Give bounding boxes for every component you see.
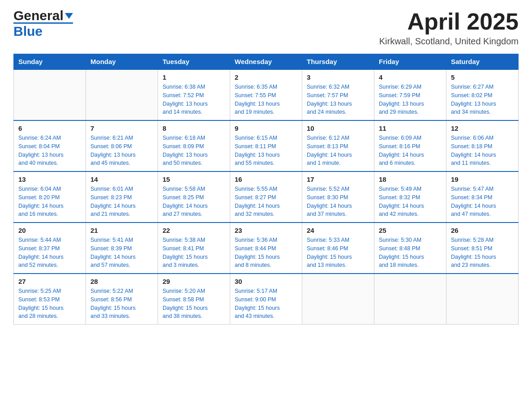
day-number: 3 — [307, 73, 369, 81]
day-number: 8 — [163, 124, 225, 132]
col-wednesday: Wednesday — [230, 54, 302, 70]
day-number: 26 — [451, 227, 514, 234]
table-row: 29Sunrise: 5:20 AM Sunset: 8:58 PM Dayli… — [158, 274, 230, 325]
table-row: 27Sunrise: 5:25 AM Sunset: 8:53 PM Dayli… — [14, 274, 86, 325]
day-info: Sunrise: 6:18 AM Sunset: 8:09 PM Dayligh… — [163, 134, 225, 167]
table-row: 8Sunrise: 6:18 AM Sunset: 8:09 PM Daylig… — [158, 120, 230, 171]
day-info: Sunrise: 5:49 AM Sunset: 8:32 PM Dayligh… — [379, 185, 442, 218]
day-number: 23 — [235, 227, 297, 234]
col-tuesday: Tuesday — [158, 54, 230, 70]
table-row: 4Sunrise: 6:29 AM Sunset: 7:59 PM Daylig… — [374, 69, 446, 120]
table-row: 30Sunrise: 5:17 AM Sunset: 9:00 PM Dayli… — [230, 274, 302, 325]
table-row — [14, 69, 86, 120]
day-number: 19 — [451, 176, 514, 183]
day-info: Sunrise: 6:12 AM Sunset: 8:13 PM Dayligh… — [307, 134, 369, 167]
day-number: 12 — [451, 124, 514, 132]
table-row: 9Sunrise: 6:15 AM Sunset: 8:11 PM Daylig… — [230, 120, 302, 171]
table-row: 6Sunrise: 6:24 AM Sunset: 8:04 PM Daylig… — [14, 120, 86, 171]
calendar-table: Sunday Monday Tuesday Wednesday Thursday… — [13, 54, 519, 325]
day-info: Sunrise: 5:22 AM Sunset: 8:56 PM Dayligh… — [90, 287, 153, 321]
day-info: Sunrise: 5:17 AM Sunset: 9:00 PM Dayligh… — [235, 287, 297, 321]
table-row: 17Sunrise: 5:52 AM Sunset: 8:30 PM Dayli… — [302, 171, 374, 223]
day-number: 24 — [307, 227, 369, 234]
table-row: 21Sunrise: 5:41 AM Sunset: 8:39 PM Dayli… — [86, 223, 158, 274]
location-text: Kirkwall, Scotland, United Kingdom — [379, 36, 519, 47]
col-thursday: Thursday — [302, 54, 374, 70]
day-number: 17 — [307, 176, 369, 183]
calendar-header-row: Sunday Monday Tuesday Wednesday Thursday… — [14, 54, 519, 70]
logo-text-blue: Blue — [13, 22, 73, 38]
calendar-week-row: 1Sunrise: 6:38 AM Sunset: 7:52 PM Daylig… — [14, 69, 519, 120]
day-info: Sunrise: 5:58 AM Sunset: 8:25 PM Dayligh… — [163, 185, 225, 218]
table-row: 16Sunrise: 5:55 AM Sunset: 8:27 PM Dayli… — [230, 171, 302, 223]
table-row — [374, 274, 446, 325]
table-row: 19Sunrise: 5:47 AM Sunset: 8:34 PM Dayli… — [446, 171, 519, 223]
day-number: 2 — [235, 73, 297, 81]
day-number: 13 — [18, 176, 81, 183]
table-row: 3Sunrise: 6:32 AM Sunset: 7:57 PM Daylig… — [302, 69, 374, 120]
calendar-week-row: 13Sunrise: 6:04 AM Sunset: 8:20 PM Dayli… — [14, 171, 519, 223]
col-monday: Monday — [86, 54, 158, 70]
day-number: 22 — [163, 227, 225, 234]
table-row: 5Sunrise: 6:27 AM Sunset: 8:02 PM Daylig… — [446, 69, 519, 120]
table-row — [446, 274, 519, 325]
table-row: 2Sunrise: 6:35 AM Sunset: 7:55 PM Daylig… — [230, 69, 302, 120]
day-number: 25 — [379, 227, 442, 234]
day-number: 15 — [163, 176, 225, 183]
day-info: Sunrise: 6:04 AM Sunset: 8:20 PM Dayligh… — [18, 185, 81, 218]
day-info: Sunrise: 5:33 AM Sunset: 8:46 PM Dayligh… — [307, 236, 369, 270]
logo: General Blue — [13, 9, 73, 38]
day-info: Sunrise: 6:35 AM Sunset: 7:55 PM Dayligh… — [235, 83, 297, 116]
day-info: Sunrise: 6:21 AM Sunset: 8:06 PM Dayligh… — [90, 134, 153, 167]
day-number: 6 — [18, 124, 81, 132]
day-number: 4 — [379, 73, 442, 81]
table-row: 12Sunrise: 6:06 AM Sunset: 8:18 PM Dayli… — [446, 120, 519, 171]
table-row: 14Sunrise: 6:01 AM Sunset: 8:23 PM Dayli… — [86, 171, 158, 223]
day-number: 29 — [163, 278, 225, 285]
day-number: 27 — [18, 278, 81, 285]
day-number: 10 — [307, 124, 369, 132]
day-info: Sunrise: 5:55 AM Sunset: 8:27 PM Dayligh… — [235, 185, 297, 218]
day-number: 20 — [18, 227, 81, 234]
table-row: 7Sunrise: 6:21 AM Sunset: 8:06 PM Daylig… — [86, 120, 158, 171]
day-info: Sunrise: 5:28 AM Sunset: 8:51 PM Dayligh… — [451, 236, 514, 270]
day-number: 28 — [90, 278, 153, 285]
day-info: Sunrise: 6:06 AM Sunset: 8:18 PM Dayligh… — [451, 134, 514, 167]
day-info: Sunrise: 6:32 AM Sunset: 7:57 PM Dayligh… — [307, 83, 369, 116]
day-info: Sunrise: 6:24 AM Sunset: 8:04 PM Dayligh… — [18, 134, 81, 167]
col-friday: Friday — [374, 54, 446, 70]
day-info: Sunrise: 5:47 AM Sunset: 8:34 PM Dayligh… — [451, 185, 514, 218]
table-row: 1Sunrise: 6:38 AM Sunset: 7:52 PM Daylig… — [158, 69, 230, 120]
day-info: Sunrise: 5:20 AM Sunset: 8:58 PM Dayligh… — [163, 287, 225, 321]
day-number: 11 — [379, 124, 442, 132]
table-row — [86, 69, 158, 120]
day-info: Sunrise: 6:09 AM Sunset: 8:16 PM Dayligh… — [379, 134, 442, 167]
day-info: Sunrise: 6:38 AM Sunset: 7:52 PM Dayligh… — [163, 83, 225, 116]
col-saturday: Saturday — [446, 54, 519, 70]
table-row: 11Sunrise: 6:09 AM Sunset: 8:16 PM Dayli… — [374, 120, 446, 171]
day-info: Sunrise: 6:01 AM Sunset: 8:23 PM Dayligh… — [90, 185, 153, 218]
table-row: 15Sunrise: 5:58 AM Sunset: 8:25 PM Dayli… — [158, 171, 230, 223]
col-sunday: Sunday — [14, 54, 86, 70]
day-info: Sunrise: 5:52 AM Sunset: 8:30 PM Dayligh… — [307, 185, 369, 218]
table-row: 28Sunrise: 5:22 AM Sunset: 8:56 PM Dayli… — [86, 274, 158, 325]
table-row: 18Sunrise: 5:49 AM Sunset: 8:32 PM Dayli… — [374, 171, 446, 223]
day-info: Sunrise: 5:44 AM Sunset: 8:37 PM Dayligh… — [18, 236, 81, 270]
table-row: 13Sunrise: 6:04 AM Sunset: 8:20 PM Dayli… — [14, 171, 86, 223]
day-info: Sunrise: 5:30 AM Sunset: 8:48 PM Dayligh… — [379, 236, 442, 270]
day-number: 1 — [163, 73, 225, 81]
day-info: Sunrise: 5:38 AM Sunset: 8:41 PM Dayligh… — [163, 236, 225, 270]
table-row: 20Sunrise: 5:44 AM Sunset: 8:37 PM Dayli… — [14, 223, 86, 274]
table-row: 26Sunrise: 5:28 AM Sunset: 8:51 PM Dayli… — [446, 223, 519, 274]
day-number: 21 — [90, 227, 153, 234]
day-info: Sunrise: 5:36 AM Sunset: 8:44 PM Dayligh… — [235, 236, 297, 270]
table-row — [302, 274, 374, 325]
table-row: 25Sunrise: 5:30 AM Sunset: 8:48 PM Dayli… — [374, 223, 446, 274]
day-number: 16 — [235, 176, 297, 183]
day-number: 5 — [451, 73, 514, 81]
table-row: 23Sunrise: 5:36 AM Sunset: 8:44 PM Dayli… — [230, 223, 302, 274]
logo-text-general: General — [13, 9, 73, 22]
calendar-week-row: 27Sunrise: 5:25 AM Sunset: 8:53 PM Dayli… — [14, 274, 519, 325]
day-number: 14 — [90, 176, 153, 183]
day-number: 30 — [235, 278, 297, 285]
